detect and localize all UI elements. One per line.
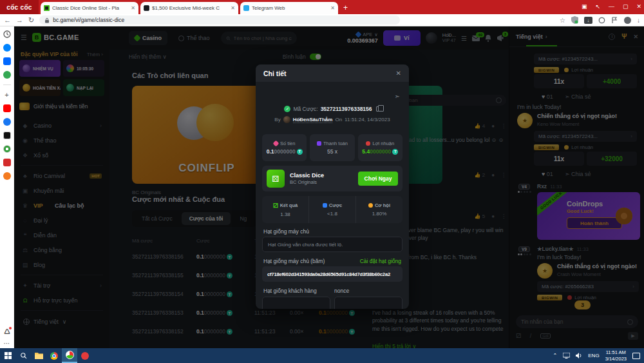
tab-telegram[interactable]: Telegram Web ✕	[240, 2, 338, 14]
server-seed-label: Hạt giống máy chủ	[263, 228, 309, 235]
taskbar-search[interactable]	[15, 348, 31, 363]
flag-icon[interactable]	[611, 17, 618, 24]
coccoc-sidebar: + 🛆 ⋯	[0, 26, 14, 348]
new-tab-button[interactable]: +	[343, 3, 348, 12]
add-shortcut-icon[interactable]: +	[5, 91, 8, 99]
youtube-icon[interactable]	[3, 104, 11, 112]
action-center-icon[interactable]	[632, 353, 640, 359]
by-label: By	[274, 117, 280, 123]
bcgame-page: ☰ B BC.GAME Đặc quyền VIP của tôi Thêm ›…	[14, 26, 644, 348]
bet-datetime: 11:51:24, 14/3/2023	[345, 117, 390, 123]
close-tab-icon[interactable]: ✕	[330, 5, 335, 11]
tray-chevron-icon[interactable]: ⌃	[553, 353, 558, 358]
sports-icon[interactable]	[3, 145, 11, 153]
stat-profit: Lợi nhuận 5.40000000T	[358, 134, 402, 161]
popout-icon[interactable]: ↖	[595, 3, 600, 10]
modal-close-icon[interactable]: ✕	[396, 70, 401, 77]
minimize-button[interactable]: —	[609, 3, 614, 10]
tiktok-icon[interactable]	[3, 132, 11, 139]
maximize-button[interactable]: ▢	[623, 3, 629, 10]
stat-result: ⚂Kết quả 1.38	[262, 196, 309, 223]
back-icon[interactable]: ←	[4, 16, 11, 24]
downloads-icon[interactable]: ↓	[637, 17, 640, 24]
tab-promo[interactable]: $1,500 Exclusive Mid-week C ✕	[140, 2, 238, 14]
adblock-shield-icon[interactable]	[571, 16, 578, 24]
chrome-icon[interactable]	[46, 348, 62, 363]
classic-dice-logo: ⚄	[267, 170, 285, 188]
amount-dice-icon	[273, 141, 279, 147]
t-coin-icon: T	[392, 149, 398, 155]
bet-id-label: Mã Cược:	[293, 106, 317, 112]
stat-amount: Số tiền 0.10000000T	[262, 134, 307, 161]
tasks-app-icon[interactable]	[3, 159, 11, 166]
game-name: Classic Dice	[290, 172, 324, 179]
close-tab-icon[interactable]: ✕	[131, 5, 135, 11]
tab-classic-dice[interactable]: Classic Dice Online Slot - Pla ✕	[41, 2, 138, 14]
bcgame-favicon	[44, 5, 50, 11]
stat-chance: Cơ hội 1.80%	[356, 196, 402, 223]
game-row: ⚄ Classic Dice BC Originals Chơi Ngay	[262, 166, 402, 191]
file-explorer-icon[interactable]	[31, 348, 46, 363]
windows-taskbar: ⌃ ENG 11:51 AM3/14/2023	[0, 348, 644, 363]
close-tab-icon[interactable]: ✕	[231, 5, 235, 11]
result-dice-icon: ⚂	[273, 202, 278, 209]
extensions-icon[interactable]	[598, 17, 605, 24]
address-bar: ← → ↻ bc.game/vi/game/classic-dice ☆ ↓ ↓	[0, 14, 644, 26]
close-window-button[interactable]: ✕	[636, 3, 641, 10]
telegram-favicon	[243, 5, 249, 11]
start-button[interactable]	[0, 348, 15, 363]
author-avatar	[283, 116, 290, 123]
modal-title: Chi tiết	[263, 70, 287, 77]
network-icon[interactable]	[563, 353, 570, 358]
coccoc-logo[interactable]: cốc cốc	[0, 0, 39, 14]
play-now-button[interactable]: Chơi Ngay	[358, 172, 398, 186]
server-seed-field: Hạt Giống vẫn chưa được tiết lộ.	[262, 237, 402, 252]
bet-id-value: 35272113976338156	[321, 106, 372, 112]
on-label: On	[335, 117, 342, 123]
windows-icon	[5, 352, 12, 359]
facebook-icon[interactable]	[3, 118, 11, 126]
notifications-bell-icon[interactable]: 🛆	[4, 328, 10, 335]
clock[interactable]: 11:51 AM3/14/2023	[605, 349, 627, 362]
chance-coin-icon	[368, 203, 373, 208]
stat-bet-condition: Cược <1.8	[309, 196, 356, 223]
tab-title: Classic Dice Online Slot - Pla	[52, 5, 128, 11]
coccoc-taskbar-icon[interactable]	[62, 348, 77, 363]
red-app-icon[interactable]	[77, 348, 93, 363]
copy-icon[interactable]	[376, 106, 381, 112]
bet-details-modal: Chi tiết ✕ ➣ ✓ Mã Cược: 3527211397633815…	[256, 64, 409, 309]
tab-title: $1,500 Exclusive Mid-week C	[152, 5, 228, 11]
seed-settings-link[interactable]: Cài đặt hạt giống	[360, 258, 401, 264]
divider	[3, 84, 11, 85]
screen-capture-icon[interactable]: ▣	[582, 3, 587, 10]
history-icon[interactable]	[3, 30, 11, 38]
forward-icon[interactable]: →	[16, 16, 23, 24]
nonce-field[interactable]	[334, 297, 402, 309]
verified-icon: ✓	[284, 106, 290, 112]
bookmark-star-icon[interactable]: ☆	[560, 17, 565, 24]
promo-favicon	[144, 5, 149, 11]
messenger-icon[interactable]	[3, 44, 11, 52]
language-indicator[interactable]: ENG	[588, 353, 599, 358]
payout-wallet-icon	[317, 141, 321, 146]
more-icon[interactable]: ⋯	[4, 340, 11, 347]
browser-tabbar: cốc cốc Classic Dice Online Slot - Pla ✕…	[0, 0, 644, 14]
download-manager-icon[interactable]: ↓	[584, 17, 592, 24]
search-icon	[20, 352, 27, 359]
url-text: bc.game/vi/game/classic-dice	[53, 17, 124, 23]
tab-title: Telegram Web	[252, 5, 328, 11]
hashed-seed-field[interactable]: cf718ef602d341593da0a28d6565d91c84d7d3f3…	[262, 266, 402, 282]
t-coin-icon: T	[297, 149, 303, 155]
volume-icon[interactable]	[576, 353, 582, 358]
zalo-icon[interactable]	[3, 57, 11, 65]
author-name[interactable]: HốĐenSâuThẳm	[293, 117, 333, 123]
share-icon[interactable]: ➣	[395, 93, 400, 100]
client-seed-field[interactable]	[262, 297, 330, 309]
games-icon[interactable]	[3, 71, 11, 79]
profile-icon[interactable]	[624, 17, 631, 24]
url-field[interactable]: bc.game/vi/game/classic-dice	[39, 15, 400, 25]
cart-icon[interactable]	[3, 172, 11, 180]
reload-icon[interactable]: ↻	[28, 16, 34, 25]
client-seed-label: Hạt giống khách hàng	[263, 288, 317, 294]
game-provider: BC Originals	[290, 179, 324, 186]
